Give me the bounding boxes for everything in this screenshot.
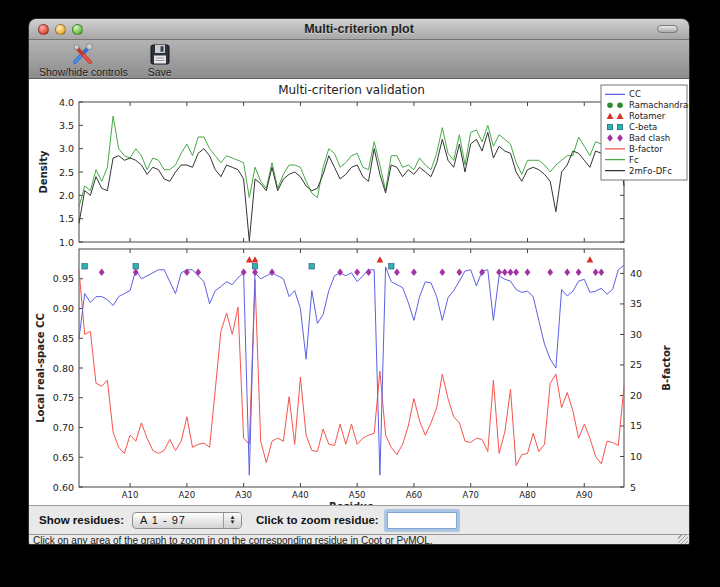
residue-xtick-label: A40 (292, 490, 309, 500)
cc-ytick-label: 0.75 (53, 392, 74, 403)
cc-ytick-label: 0.65 (53, 452, 74, 463)
legend-label: B-factor (629, 144, 663, 154)
bad-clash-markers (99, 268, 604, 276)
crossed-tools-icon (70, 42, 96, 66)
screen-background: Multi-criterion plot (0, 0, 720, 587)
bfactor-axis-label: B-factor (661, 345, 672, 390)
bfactor-ytick-label: 10 (630, 451, 642, 462)
bfactor-ytick-label: 20 (630, 390, 642, 401)
density-axes: Multi-criterion validation4.03.53.02.52.… (38, 83, 624, 248)
zoom-residue-label: Click to zoom residue: (256, 514, 379, 526)
bfactor-ytick-label: 25 (630, 359, 642, 370)
legend-label: Ramachandran (629, 100, 689, 110)
bfactor-line (79, 270, 624, 465)
legend-label: Bad clash (629, 133, 670, 143)
floppy-disk-icon (148, 42, 172, 66)
residue-xtick-label: A10 (122, 490, 139, 500)
status-message: Click on any area of the graph to zoom i… (29, 535, 433, 545)
residue-xtick-label: A20 (179, 490, 196, 500)
density-ytick-label: 2.5 (59, 167, 74, 178)
multi-criterion-plot-window: Multi-criterion plot (28, 18, 690, 545)
multi-criterion-graph[interactable]: Multi-criterion validation4.03.53.02.52.… (29, 79, 689, 505)
cc-bfactor-axes: 0.950.900.850.800.750.700.650.6040353025… (35, 249, 672, 505)
cc-ytick-label: 0.80 (53, 363, 74, 374)
show-residues-label: Show residues: (39, 514, 124, 526)
show-hide-controls-button[interactable]: Show/hide controls (39, 42, 128, 78)
residue-xtick-label: A90 (576, 490, 593, 500)
resize-grip-icon[interactable] (678, 535, 688, 545)
show-hide-controls-label: Show/hide controls (39, 66, 128, 78)
legend-label: Fc (629, 155, 639, 165)
residue-xtick-label: A60 (406, 490, 423, 500)
density-ytick-label: 1.0 (59, 237, 74, 248)
window-title: Multi-criterion plot (29, 22, 689, 36)
cc-axis-label: Local real-space CC (35, 313, 46, 423)
close-button[interactable] (38, 24, 49, 35)
title-bar: Multi-criterion plot (29, 19, 689, 40)
residue-xtick-label: A70 (462, 490, 479, 500)
legend: CCRamachandranRotamerC-betaBad clashB-fa… (601, 85, 689, 180)
cc-ytick-label: 0.95 (53, 273, 74, 284)
residue-range-value: A 1 - 97 (133, 514, 223, 526)
rotamer-markers (246, 256, 593, 262)
bfactor-ytick-label: 35 (630, 298, 642, 309)
density-ytick-label: 3.0 (59, 143, 74, 154)
plot-panel: Multi-criterion validation4.03.53.02.52.… (29, 79, 689, 505)
residue-axis-label: Residue (329, 501, 374, 505)
cc-ytick-label: 0.90 (53, 303, 74, 314)
density-ytick-label: 1.5 (59, 213, 74, 224)
legend-label: CC (629, 89, 641, 99)
c-beta-markers (82, 263, 394, 269)
toolbar: Show/hide controls Save (29, 40, 689, 79)
density-ytick-label: 2.0 (59, 190, 74, 201)
cc-line (79, 265, 624, 475)
legend-label: 2mFo-DFc (629, 166, 672, 176)
minimize-button[interactable] (55, 24, 66, 35)
control-bar: Show residues: A 1 - 97 ▲▼ Click to zoom… (29, 505, 689, 534)
toolbar-toggle-pill-button[interactable] (657, 25, 678, 33)
bfactor-ytick-label: 5 (630, 482, 636, 493)
save-button[interactable]: Save (148, 42, 172, 78)
legend-label: C-beta (629, 122, 657, 132)
bfactor-ytick-label: 30 (630, 329, 642, 340)
zoom-residue-input[interactable] (387, 512, 457, 529)
zoom-button[interactable] (72, 24, 83, 35)
residue-xtick-label: A80 (519, 490, 536, 500)
bfactor-ytick-label: 40 (630, 268, 642, 279)
chart-title: Multi-criterion validation (278, 83, 425, 97)
status-bar: Click on any area of the graph to zoom i… (29, 534, 689, 545)
cc-ytick-label: 0.85 (53, 333, 74, 344)
legend-label: Rotamer (629, 111, 666, 121)
residue-xtick-label: A30 (235, 490, 252, 500)
cc-ytick-label: 0.60 (53, 482, 74, 493)
density-ytick-label: 4.0 (59, 97, 74, 108)
residue-range-select[interactable]: A 1 - 97 ▲▼ (132, 512, 242, 529)
cc-ytick-label: 0.70 (53, 422, 74, 433)
density-axis-label: Density (38, 150, 49, 193)
bfactor-ytick-label: 15 (630, 420, 642, 431)
fc-line (79, 116, 624, 207)
residue-xtick-label: A50 (349, 490, 366, 500)
twomfo-dfc-line (79, 132, 624, 241)
density-ytick-label: 3.5 (59, 120, 74, 131)
stepper-arrows-icon: ▲▼ (223, 513, 241, 528)
save-label: Save (148, 66, 172, 78)
